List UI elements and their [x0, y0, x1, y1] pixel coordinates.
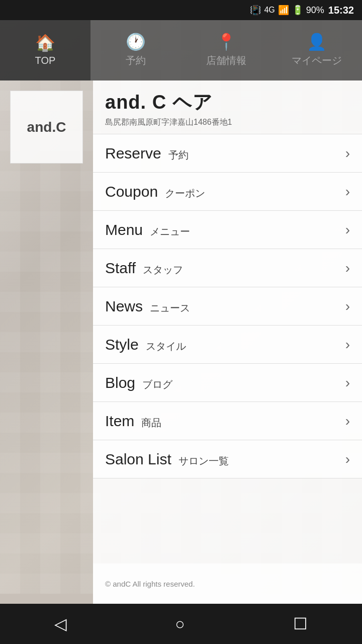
back-button[interactable]: [39, 609, 82, 638]
menu-list: Reserve 予約 › Coupon クーポン › Menu メニュー ›: [93, 134, 362, 604]
tab-mypage-label: マイページ: [292, 54, 342, 67]
home-icon: 🏠: [35, 35, 55, 51]
salon-logo-box: and.C: [10, 91, 83, 164]
right-panel: and. C ヘア 島尻郡南風原町字津嘉山1486番地1 Reserve 予約 …: [93, 80, 362, 604]
salon-header: and. C ヘア 島尻郡南風原町字津嘉山1486番地1: [93, 80, 362, 134]
menu-item-staff[interactable]: Staff スタッフ ›: [93, 249, 362, 287]
menu-item-blog-en: Blog: [105, 374, 135, 391]
salon-address: 島尻郡南風原町字津嘉山1486番地1: [105, 117, 350, 128]
chevron-right-icon: ›: [345, 184, 350, 200]
menu-item-reserve-jp: 予約: [168, 148, 189, 162]
location-icon: 📍: [216, 34, 236, 50]
menu-item-style[interactable]: Style スタイル ›: [93, 326, 362, 364]
status-icons: 📳 4G 📶 🔋 90%: [250, 5, 324, 16]
chevron-right-icon: ›: [345, 337, 350, 353]
footer: © andC All rights reserved.: [93, 564, 362, 604]
tab-store[interactable]: 📍 店舗情報: [181, 20, 272, 80]
person-icon: 👤: [307, 34, 327, 50]
chevron-right-icon: ›: [345, 222, 350, 238]
battery-icon: 🔋: [292, 5, 303, 16]
chevron-right-icon: ›: [345, 413, 350, 429]
menu-item-staff-en: Staff: [105, 260, 136, 277]
chevron-right-icon: ›: [345, 145, 350, 162]
menu-item-staff-jp: スタッフ: [143, 263, 183, 277]
menu-item-reserve-en: Reserve: [105, 145, 161, 162]
status-bar: 📳 4G 📶 🔋 90% 15:32: [0, 0, 362, 20]
menu-item-coupon-en: Coupon: [105, 183, 158, 200]
menu-item-blog-jp: ブログ: [142, 378, 172, 391]
menu-item-menu[interactable]: Menu メニュー ›: [93, 211, 362, 249]
tab-mypage[interactable]: 👤 マイページ: [272, 20, 362, 80]
salon-logo: and.C: [27, 119, 66, 135]
clock-icon: 🕐: [126, 34, 146, 50]
menu-item-reserve[interactable]: Reserve 予約 ›: [93, 134, 362, 173]
menu-item-news-jp: ニュース: [150, 301, 190, 315]
menu-item-news[interactable]: News ニュース ›: [93, 287, 362, 326]
main-content: and.C and. C ヘア 島尻郡南風原町字津嘉山1486番地1 Reser…: [0, 80, 362, 604]
left-panel: and.C: [0, 80, 93, 604]
signal-4g-icon: 4G: [264, 6, 275, 15]
clock: 15:32: [328, 5, 354, 16]
signal-bars-icon: 📶: [278, 5, 289, 16]
battery-percent: 90%: [306, 5, 324, 16]
recent-apps-button[interactable]: [278, 609, 323, 638]
menu-item-style-jp: スタイル: [146, 340, 186, 353]
menu-item-item-jp: 商品: [141, 416, 161, 430]
tab-top-label: TOP: [35, 55, 56, 66]
menu-item-news-en: News: [105, 298, 143, 315]
menu-item-menu-jp: メニュー: [150, 225, 190, 238]
menu-item-coupon-jp: クーポン: [165, 187, 205, 200]
nav-tabs: 🏠 TOP 🕐 予約 📍 店舗情報 👤 マイページ: [0, 20, 362, 80]
menu-item-item[interactable]: Item 商品 ›: [93, 402, 362, 440]
menu-item-item-en: Item: [105, 413, 134, 430]
menu-item-blog[interactable]: Blog ブログ ›: [93, 364, 362, 402]
copyright-text: © andC All rights reserved.: [105, 580, 195, 588]
menu-item-menu-en: Menu: [105, 221, 143, 238]
menu-item-coupon[interactable]: Coupon クーポン ›: [93, 173, 362, 211]
bottom-nav: [0, 604, 362, 644]
menu-item-style-en: Style: [105, 336, 139, 353]
menu-item-salon-list-jp: サロン一覧: [178, 454, 229, 468]
tab-reserve-label: 予約: [126, 54, 146, 67]
tab-top[interactable]: 🏠 TOP: [0, 20, 90, 80]
chevron-right-icon: ›: [345, 260, 350, 276]
salon-name: and. C ヘア: [105, 90, 350, 115]
menu-item-salon-list-en: Salon List: [105, 451, 171, 468]
tab-store-label: 店舗情報: [206, 54, 246, 67]
chevron-right-icon: ›: [345, 375, 350, 391]
home-button[interactable]: [160, 610, 200, 638]
chevron-right-icon: ›: [345, 451, 350, 467]
tab-reserve[interactable]: 🕐 予約: [90, 20, 181, 80]
chevron-right-icon: ›: [345, 298, 350, 314]
vibrate-icon: 📳: [250, 5, 261, 16]
menu-item-salon-list[interactable]: Salon List サロン一覧 ›: [93, 440, 362, 478]
